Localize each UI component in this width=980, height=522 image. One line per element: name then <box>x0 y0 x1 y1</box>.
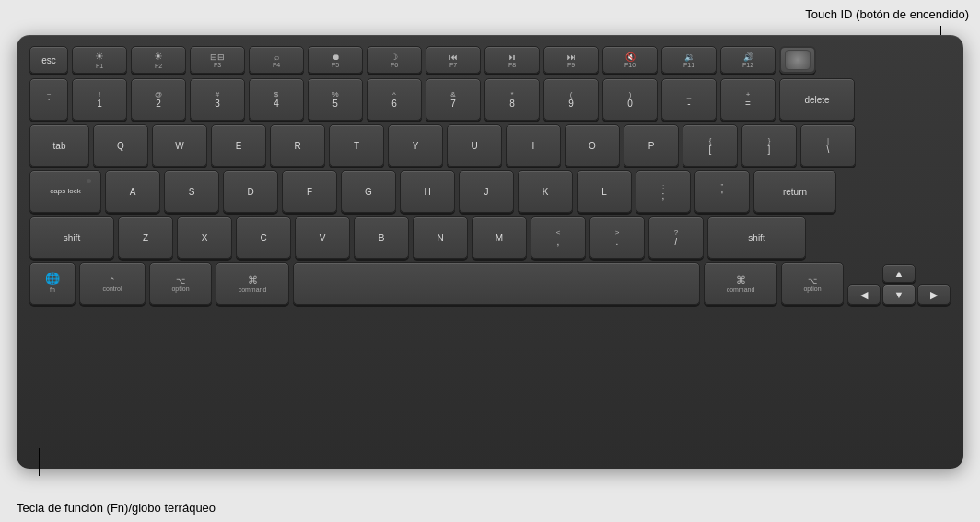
key-n[interactable]: N <box>413 216 468 259</box>
key-spacebar[interactable] <box>293 262 700 305</box>
key-v[interactable]: V <box>295 216 350 259</box>
key-u[interactable]: U <box>447 124 502 167</box>
key-5[interactable]: %5 <box>308 78 363 121</box>
key-option-left[interactable]: ⌥ option <box>149 262 212 305</box>
key-f2[interactable]: ☀F2 <box>131 46 186 74</box>
key-f5[interactable]: ⏺F5 <box>308 46 363 74</box>
key-rbracket[interactable]: }] <box>741 124 797 167</box>
key-p[interactable]: P <box>624 124 679 167</box>
key-semicolon[interactable]: :; <box>636 170 691 213</box>
key-l[interactable]: L <box>577 170 632 213</box>
key-f4[interactable]: ⌕F4 <box>249 46 304 74</box>
key-delete[interactable]: delete <box>779 78 855 121</box>
key-f[interactable]: F <box>282 170 337 213</box>
key-quote[interactable]: "' <box>694 170 750 213</box>
key-t[interactable]: T <box>329 124 384 167</box>
key-w[interactable]: W <box>152 124 207 167</box>
key-arrow-up[interactable]: ▲ <box>882 264 916 283</box>
key-k[interactable]: K <box>518 170 573 213</box>
key-h[interactable]: H <box>400 170 455 213</box>
key-control-left[interactable]: ⌃ control <box>79 262 146 305</box>
key-o[interactable]: O <box>565 124 620 167</box>
key-slash[interactable]: ?/ <box>648 216 704 259</box>
key-3[interactable]: #3 <box>190 78 245 121</box>
key-return[interactable]: return <box>753 170 836 213</box>
modifier-key-row: 🌐 fn ⌃ control ⌥ option ⌘ command <box>29 262 951 305</box>
qwerty-key-row: tab Q W E R T Y U I O P {[ }] |\ <box>29 124 951 167</box>
key-arrow-right[interactable]: ▶ <box>917 284 951 305</box>
key-b[interactable]: B <box>354 216 409 259</box>
key-option-right[interactable]: ⌥ option <box>781 262 844 305</box>
annotation-bottom-line <box>39 448 40 476</box>
key-2[interactable]: @2 <box>131 78 186 121</box>
key-i[interactable]: I <box>506 124 561 167</box>
key-grave[interactable]: ~` <box>29 78 68 121</box>
key-e[interactable]: E <box>211 124 266 167</box>
key-y[interactable]: Y <box>388 124 443 167</box>
key-f3[interactable]: ⊟⊟F3 <box>190 46 245 74</box>
key-8[interactable]: *8 <box>484 78 540 121</box>
key-tab[interactable]: tab <box>29 124 89 167</box>
key-comma[interactable]: <, <box>531 216 586 259</box>
asdf-key-row: caps lock A S D F G H J K L :; "' return <box>29 170 951 213</box>
key-f7[interactable]: ⏮F7 <box>426 46 481 74</box>
key-z[interactable]: Z <box>118 216 173 259</box>
key-equals[interactable]: += <box>720 78 776 121</box>
key-0[interactable]: )0 <box>602 78 658 121</box>
key-a[interactable]: A <box>105 170 160 213</box>
key-touchid[interactable] <box>779 46 816 74</box>
annotation-bottom-label: Tecla de función (Fn)/globo terráqueo <box>17 501 216 515</box>
key-arrow-left[interactable]: ◀ <box>847 284 881 305</box>
key-shift-right[interactable]: shift <box>707 216 806 259</box>
key-f1[interactable]: ☀︎F1 <box>72 46 127 74</box>
keyboard: esc ☀︎F1 ☀F2 ⊟⊟F3 ⌕F4 ⏺F5 ☽F6 ⏮F7 ⏯F8 ⏭F… <box>17 35 963 469</box>
key-esc[interactable]: esc <box>29 46 68 74</box>
key-f6[interactable]: ☽F6 <box>367 46 422 74</box>
key-f12[interactable]: 🔊F12 <box>720 46 776 74</box>
caps-indicator <box>87 179 91 183</box>
touchid-sensor <box>785 50 811 70</box>
key-backslash[interactable]: |\ <box>800 124 856 167</box>
key-arrow-down[interactable]: ▼ <box>882 284 916 305</box>
key-c[interactable]: C <box>236 216 291 259</box>
key-m[interactable]: M <box>472 216 527 259</box>
key-f10[interactable]: 🔇F10 <box>602 46 658 74</box>
key-fn-globe[interactable]: 🌐 fn <box>29 262 76 305</box>
key-shift-left[interactable]: shift <box>29 216 114 259</box>
key-g[interactable]: G <box>341 170 396 213</box>
key-command-right[interactable]: ⌘ command <box>704 262 777 305</box>
key-9[interactable]: (9 <box>543 78 599 121</box>
key-capslock[interactable]: caps lock <box>29 170 101 213</box>
key-x[interactable]: X <box>177 216 232 259</box>
fn-key-row: esc ☀︎F1 ☀F2 ⊟⊟F3 ⌕F4 ⏺F5 ☽F6 ⏮F7 ⏯F8 ⏭F… <box>29 46 951 74</box>
zxcv-key-row: shift Z X C V B N M <, >. ?/ shift <box>29 216 951 259</box>
annotation-top-label: Touch ID (botón de encendido) <box>805 7 969 21</box>
key-f8[interactable]: ⏯F8 <box>484 46 540 74</box>
page-container: Touch ID (botón de encendido) esc ☀︎F1 ☀… <box>0 0 980 522</box>
key-6[interactable]: ^6 <box>367 78 422 121</box>
key-7[interactable]: &7 <box>426 78 481 121</box>
key-f11[interactable]: 🔉F11 <box>661 46 717 74</box>
key-f9[interactable]: ⏭F9 <box>543 46 599 74</box>
key-j[interactable]: J <box>459 170 514 213</box>
key-lbracket[interactable]: {[ <box>682 124 738 167</box>
key-command-left[interactable]: ⌘ command <box>216 262 289 305</box>
key-4[interactable]: $4 <box>249 78 304 121</box>
key-q[interactable]: Q <box>93 124 148 167</box>
key-1[interactable]: !1 <box>72 78 127 121</box>
key-s[interactable]: S <box>164 170 219 213</box>
arrow-key-group: ▲ ◀ ▼ ▶ <box>847 264 951 305</box>
key-period[interactable]: >. <box>589 216 645 259</box>
key-minus[interactable]: _- <box>661 78 717 121</box>
number-key-row: ~` !1 @2 #3 $4 %5 ^6 &7 *8 (9 )0 _- += d… <box>29 78 951 121</box>
key-r[interactable]: R <box>270 124 325 167</box>
key-d[interactable]: D <box>223 170 278 213</box>
